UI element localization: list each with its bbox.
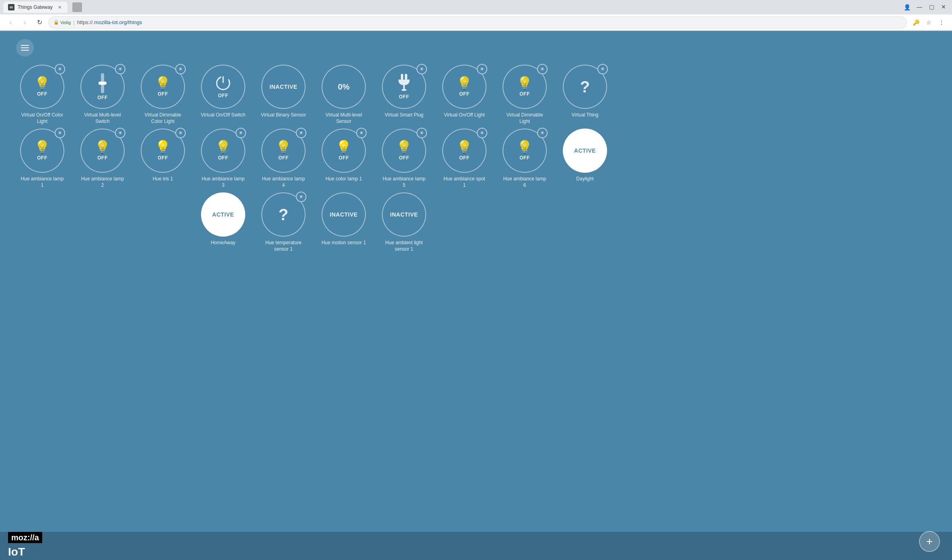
device-name: Hue ambiance lamp6 <box>503 176 546 188</box>
device-virtual-multilevel-sensor[interactable]: 0% Virtual Multi-levelSensor <box>318 65 370 125</box>
device-name: Virtual On/Off Switch <box>201 112 246 119</box>
device-circle[interactable]: ✳ 💡 OFF <box>141 65 185 109</box>
mozilla-branding: moz://a IoT <box>8 532 42 560</box>
device-virtual-dimmable-color-light[interactable]: ✳ 💡 OFF Virtual DimmableColor Light <box>137 65 189 125</box>
device-circle[interactable]: ✳ 💡 OFF <box>261 129 306 173</box>
device-hue-ambiance-4[interactable]: ✳ 💡 OFF Hue ambiance lamp4 <box>257 129 310 188</box>
minimize-button[interactable]: — <box>914 2 925 12</box>
user-icon[interactable]: 👤 <box>901 2 913 13</box>
forward-button[interactable]: › <box>19 17 31 28</box>
menu-icon[interactable]: ⋮ <box>936 17 947 28</box>
device-circle[interactable]: ✳ 💡 OFF <box>503 65 547 109</box>
device-hue-temperature-sensor[interactable]: ✳ ? Hue temperaturesensor 1 <box>257 192 310 252</box>
settings-button[interactable]: ✳ <box>537 128 548 138</box>
close-button[interactable]: ✕ <box>938 2 949 12</box>
device-circle[interactable]: ✳ 💡 OFF <box>80 129 125 173</box>
restore-button[interactable]: ▢ <box>926 2 937 12</box>
device-name: Hue color lamp 1 <box>326 176 362 182</box>
bulb-brown-icon: 💡 <box>336 141 352 153</box>
device-circle[interactable]: INACTIVE <box>261 65 306 109</box>
app-content: ✳ 💡 OFF Virtual On/Off ColorLight ✳ OFF <box>0 31 952 560</box>
device-circle[interactable]: ✳ 💡 OFF <box>382 129 426 173</box>
device-circle[interactable]: INACTIVE <box>382 192 426 237</box>
url-bar[interactable]: 🔒 Veilig | https://.mozilla-iot.org/thin… <box>48 16 907 29</box>
device-status: OFF <box>218 93 228 98</box>
reload-button[interactable]: ↻ <box>34 17 45 28</box>
device-circle[interactable]: ✳ 💡 OFF <box>503 129 547 173</box>
device-hue-ambiance-1[interactable]: ✳ 💡 OFF Hue ambiance lamp1 <box>16 129 68 188</box>
settings-button[interactable]: ✳ <box>115 64 125 74</box>
devices-row-1: ✳ 💡 OFF Virtual On/Off ColorLight ✳ OFF <box>16 65 936 125</box>
device-virtual-onoff-light[interactable]: ✳ 💡 OFF Virtual On/Off Light <box>438 65 490 125</box>
gear-icon: ✳ <box>58 130 62 136</box>
bulb-yellow-icon: 💡 <box>155 141 171 153</box>
device-circle[interactable]: INACTIVE <box>322 192 366 237</box>
device-circle[interactable]: ✳ 💡 OFF <box>442 65 486 109</box>
settings-button[interactable]: ✳ <box>477 64 487 74</box>
settings-button[interactable]: ✳ <box>416 128 427 138</box>
device-circle[interactable]: 0% <box>322 65 366 109</box>
settings-button[interactable]: ✳ <box>477 128 487 138</box>
device-circle[interactable]: ✳ 💡 OFF <box>141 129 185 173</box>
device-status: INACTIVE <box>269 84 297 90</box>
device-status: OFF <box>97 95 108 100</box>
add-thing-button[interactable]: + <box>919 531 940 552</box>
settings-button[interactable]: ✳ <box>597 64 608 74</box>
settings-button[interactable]: ✳ <box>175 128 186 138</box>
new-tab-area[interactable] <box>72 2 82 12</box>
settings-button[interactable]: ✳ <box>55 64 65 74</box>
tab-close-button[interactable]: ✕ <box>56 4 63 10</box>
device-circle[interactable]: ✳ 💡 OFF <box>442 129 486 173</box>
settings-button[interactable]: ✳ <box>356 128 367 138</box>
device-virtual-multilevel-switch[interactable]: ✳ OFF Virtual Multi-levelSwitch <box>76 65 129 125</box>
device-name: Virtual DimmableLight <box>506 112 543 125</box>
device-circle[interactable]: ✳ OFF <box>382 65 426 109</box>
device-hue-iris-1[interactable]: ✳ 💡 OFF Hue iris 1 <box>137 129 189 188</box>
settings-button[interactable]: ✳ <box>537 64 548 74</box>
device-virtual-binary-sensor[interactable]: INACTIVE Virtual Binary Sensor <box>257 65 310 125</box>
device-hue-ambiance-5[interactable]: ✳ 💡 OFF Hue ambiance lamp5 <box>378 129 430 188</box>
device-hue-ambiance-6[interactable]: ✳ 💡 OFF Hue ambiance lamp6 <box>499 129 551 188</box>
device-circle[interactable]: ✳ 💡 OFF <box>201 129 245 173</box>
device-circle[interactable]: ✳ OFF <box>80 65 125 109</box>
device-circle[interactable]: ✳ ? <box>261 192 306 237</box>
settings-button[interactable]: ✳ <box>115 128 125 138</box>
devices-row-3: ACTIVE HomeAway ✳ ? Hue temperaturesenso… <box>16 192 936 252</box>
settings-button[interactable]: ✳ <box>175 64 186 74</box>
hamburger-menu[interactable] <box>16 39 34 57</box>
device-circle[interactable]: ACTIVE <box>201 192 245 237</box>
device-circle[interactable]: ✳ 💡 OFF <box>20 129 64 173</box>
device-hue-ambiance-spot[interactable]: ✳ 💡 OFF Hue ambiance spot1 <box>438 129 490 188</box>
device-hue-motion-sensor[interactable]: INACTIVE Hue motion sensor 1 <box>318 192 370 252</box>
svg-rect-3 <box>405 74 407 80</box>
device-virtual-onoff-switch[interactable]: OFF Virtual On/Off Switch <box>197 65 249 125</box>
settings-button[interactable]: ✳ <box>416 64 427 74</box>
hamburger-icon <box>21 45 29 51</box>
gear-icon: ✳ <box>601 66 605 72</box>
browser-tab[interactable]: m Things Gateway ✕ <box>3 2 68 13</box>
device-virtual-smart-plug[interactable]: ✳ OFF Virtual Smart Plug <box>378 65 430 125</box>
device-virtual-dimmable-light[interactable]: ✳ 💡 OFF Virtual DimmableLight <box>499 65 551 125</box>
settings-button[interactable]: ✳ <box>55 128 65 138</box>
back-button[interactable]: ‹ <box>5 17 16 28</box>
device-hue-ambient-light[interactable]: INACTIVE Hue ambient lightsensor 1 <box>378 192 430 252</box>
device-hue-ambiance-2[interactable]: ✳ 💡 OFF Hue ambiance lamp2 <box>76 129 129 188</box>
device-circle[interactable]: ✳ 💡 OFF <box>322 129 366 173</box>
device-circle[interactable]: ✳ ? <box>563 65 607 109</box>
device-hue-ambiance-3[interactable]: ✳ 💡 OFF Hue ambiance lamp3 <box>197 129 249 188</box>
device-homeaway[interactable]: ACTIVE HomeAway <box>197 192 249 252</box>
bookmark-icon[interactable]: ☆ <box>923 17 934 28</box>
device-circle[interactable]: ACTIVE <box>563 129 607 173</box>
device-circle[interactable]: OFF <box>201 65 245 109</box>
settings-button[interactable]: ✳ <box>296 192 306 202</box>
device-virtual-thing[interactable]: ✳ ? Virtual Thing <box>559 65 611 125</box>
device-circle[interactable]: ✳ 💡 OFF <box>20 65 64 109</box>
device-daylight[interactable]: ACTIVE Daylight <box>559 129 611 188</box>
device-hue-color-1[interactable]: ✳ 💡 OFF Hue color lamp 1 <box>318 129 370 188</box>
device-virtual-color-light[interactable]: ✳ 💡 OFF Virtual On/Off ColorLight <box>16 65 68 125</box>
gear-icon: ✳ <box>58 66 62 72</box>
settings-button[interactable]: ✳ <box>236 128 246 138</box>
browser-chrome: m Things Gateway ✕ 👤 — ▢ ✕ ‹ › ↻ 🔒 Veili… <box>0 0 952 31</box>
key-icon[interactable]: 🔑 <box>910 17 921 28</box>
settings-button[interactable]: ✳ <box>296 128 306 138</box>
